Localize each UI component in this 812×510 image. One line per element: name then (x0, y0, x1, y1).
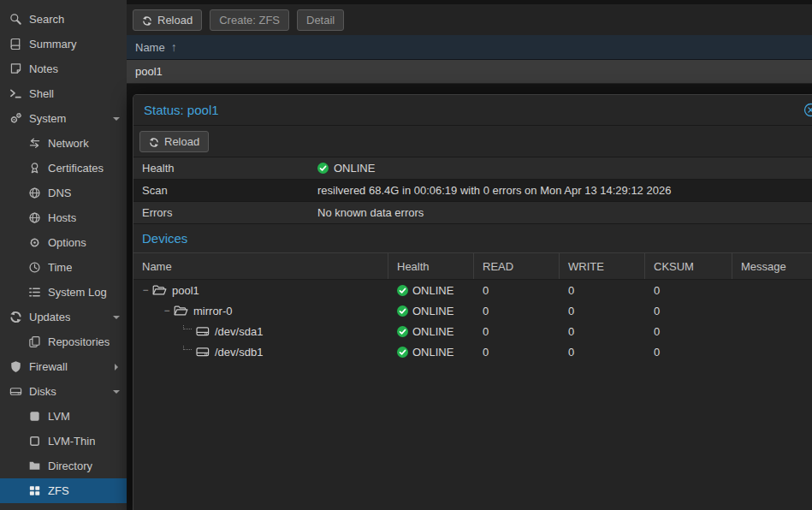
device-row-dev-sdb1[interactable]: /dev/sdb1ONLINE000 (133, 341, 812, 362)
devices-column-header-name[interactable]: Name (133, 253, 388, 279)
cksum-count: 0 (645, 325, 732, 338)
devices-table-body: −pool1ONLINE000−mirror-0ONLINE000/dev/sd… (133, 280, 812, 362)
sidebar-item-label: Network (48, 137, 89, 150)
disk-icon (196, 325, 210, 337)
sidebar-item-blank[interactable] (0, 503, 127, 510)
devices-column-header-health[interactable]: Health (388, 253, 474, 279)
tree-collapse-icon[interactable]: − (162, 305, 172, 317)
write-count: 0 (560, 284, 645, 297)
devices-section-label: Devices (142, 231, 187, 246)
sidebar: SearchSummaryNotesShellSystemNetworkCert… (0, 0, 127, 510)
health-status: ONLINE (397, 284, 453, 297)
check-circle-icon (397, 305, 408, 317)
tree-elbow-line (183, 346, 192, 351)
property-key: Scan (133, 184, 317, 197)
hdd-icon (9, 385, 23, 399)
sidebar-item-label: ZFS (48, 484, 69, 497)
read-count: 0 (474, 325, 560, 338)
sidebar-item-system[interactable]: System (0, 106, 127, 131)
dialog-toolbar: Reload (133, 126, 812, 157)
property-row-health[interactable]: HealthONLINE (133, 157, 812, 180)
devices-section-header: Devices (133, 224, 812, 253)
device-row-mirror-0[interactable]: −mirror-0ONLINE000 (133, 300, 812, 321)
button-label: Detail (306, 14, 335, 27)
sidebar-item-shell[interactable]: Shell (0, 81, 127, 106)
sidebar-item-zfs[interactable]: ZFS (0, 478, 127, 503)
sidebar-item-label: System Log (48, 286, 107, 299)
tree-collapse-icon[interactable]: − (140, 284, 151, 296)
sidebar-item-lvm[interactable]: LVM (0, 404, 127, 429)
property-value: ONLINE (317, 162, 375, 175)
sidebar-item-label: System (29, 112, 66, 125)
sidebar-item-dns[interactable]: DNS (0, 181, 127, 205)
cksum-count: 0 (645, 284, 732, 297)
property-row-errors[interactable]: ErrorsNo known data errors (133, 202, 812, 224)
sidebar-item-options[interactable]: Options (0, 230, 127, 255)
sidebar-item-repositories[interactable]: Repositories (0, 329, 127, 354)
book-icon (9, 38, 23, 51)
sidebar-item-time[interactable]: Time (0, 255, 127, 280)
close-icon[interactable] (803, 103, 812, 117)
gear-icon (27, 236, 42, 250)
device-row-pool1[interactable]: −pool1ONLINE000 (133, 280, 812, 300)
dialog-header[interactable]: Status: pool1 (133, 95, 812, 126)
reload-button[interactable]: Reload (133, 9, 202, 31)
refresh-icon (142, 15, 152, 25)
sidebar-item-summary[interactable]: Summary (0, 32, 127, 56)
sidebar-item-certificates[interactable]: Certificates (0, 156, 127, 181)
devices-column-header-message[interactable]: Message (732, 253, 812, 279)
read-count: 0 (474, 284, 560, 297)
globe-icon (27, 187, 42, 200)
sidebar-item-label: Search (29, 13, 64, 26)
detail-button[interactable]: Detail (297, 9, 344, 31)
shield-icon (9, 360, 23, 374)
folder-open-icon (174, 305, 188, 317)
sidebar-item-firewall[interactable]: Firewall (0, 354, 127, 379)
write-count: 0 (560, 305, 645, 317)
gears-icon (9, 112, 23, 126)
cksum-count: 0 (645, 346, 732, 359)
devices-column-header-write[interactable]: WRITE (560, 253, 645, 279)
terminal-icon (9, 87, 23, 101)
devices-column-header-read[interactable]: READ (474, 253, 560, 279)
sidebar-item-label: Disks (29, 385, 56, 398)
health-status: ONLINE (397, 305, 453, 317)
pool-toolbar: ReloadCreate: ZFSDetail (127, 4, 812, 35)
sidebar-item-label: Time (48, 261, 72, 274)
sidebar-item-notes[interactable]: Notes (0, 56, 127, 81)
sidebar-item-system-log[interactable]: System Log (0, 280, 127, 305)
folder-icon (27, 460, 42, 473)
sidebar-item-label: LVM-Thin (48, 435, 95, 448)
refresh-icon (9, 311, 23, 324)
copy-icon (27, 335, 42, 349)
app-root: SearchSummaryNotesShellSystemNetworkCert… (0, 0, 812, 510)
grid-icon (27, 484, 42, 498)
sort-asc-icon: ↑ (171, 40, 177, 54)
button-label: Reload (157, 14, 193, 27)
check-circle-icon (397, 347, 408, 358)
sidebar-item-hosts[interactable]: Hosts (0, 205, 127, 230)
create-zfs-button[interactable]: Create: ZFS (210, 9, 289, 31)
pool-list-header-name[interactable]: Name ↑ (127, 35, 812, 60)
sidebar-item-search[interactable]: Search (0, 7, 127, 32)
device-row-dev-sda1[interactable]: /dev/sda1ONLINE000 (133, 321, 812, 341)
refresh-icon (149, 136, 159, 146)
property-row-scan[interactable]: Scanresilvered 68.4G in 00:06:19 with 0 … (133, 180, 812, 202)
sidebar-item-updates[interactable]: Updates (0, 305, 127, 329)
sidebar-item-disks[interactable]: Disks (0, 379, 127, 404)
sidebar-item-label: Updates (29, 311, 70, 323)
pool-properties: HealthONLINEScanresilvered 68.4G in 00:0… (133, 157, 812, 224)
pool-name: pool1 (135, 65, 163, 78)
devices-table-header: NameHealthREADWRITECKSUMMessage (133, 253, 812, 280)
pool-list-row[interactable]: pool1 (127, 60, 812, 84)
sidebar-item-label: DNS (48, 187, 71, 199)
dialog-reload-button[interactable]: Reload (139, 131, 209, 152)
content-area: ReloadCreate: ZFSDetail Name ↑ pool1 Sta… (127, 0, 812, 510)
sidebar-item-lvm-thin[interactable]: LVM-Thin (0, 429, 127, 454)
property-value: resilvered 68.4G in 00:06:19 with 0 erro… (317, 184, 671, 197)
check-circle-icon (317, 163, 329, 174)
sidebar-item-directory[interactable]: Directory (0, 454, 127, 478)
devices-column-header-cksum[interactable]: CKSUM (645, 253, 732, 279)
sidebar-item-network[interactable]: Network (0, 131, 127, 156)
caret-right-icon (115, 364, 122, 371)
